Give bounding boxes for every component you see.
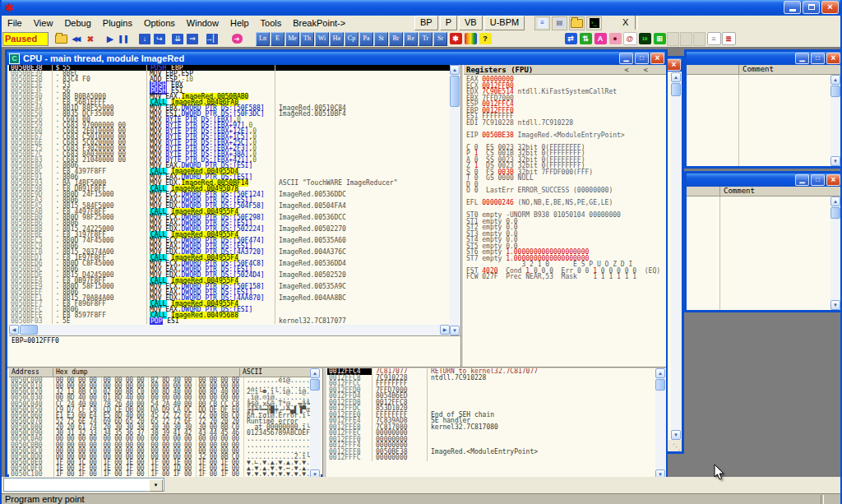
scroll-up-icon[interactable]: ▲	[655, 368, 665, 378]
disassembly-vscrollbar[interactable]: ▲ ▼	[450, 65, 460, 335]
disasm-row[interactable]: 0050BF03.5EPOP ESIkernel32.7C817077	[9, 318, 450, 324]
scroll-up-icon[interactable]: ▲	[830, 75, 840, 85]
scroll-up-icon[interactable]: ▲	[671, 72, 681, 82]
plugin-close-button[interactable]: X	[617, 16, 634, 30]
restart-icon[interactable]: ◀◀	[68, 32, 83, 46]
register-line[interactable]: O 0 LastErr ERROR_SUCCESS (00000000)	[464, 187, 666, 194]
close-icon[interactable]: ×	[826, 174, 840, 186]
step-over-icon[interactable]: ↪	[152, 32, 167, 46]
registers-header[interactable]: Registers (FPU) <<	[464, 65, 666, 75]
dump-row[interactable]: 0050C1001F 00 1F 001F 00 1F 001F 00 1F 0…	[9, 471, 310, 477]
comment-window-top[interactable]: ▁ □ × Comment ▲ ▼	[684, 49, 840, 169]
toolbar-letter-button-br[interactable]: Br	[389, 32, 403, 46]
scroll-up-icon[interactable]: ▲	[450, 65, 460, 75]
register-line[interactable]: EFL 00000246 (NO,NB,E,BE,NS,PE,GE,LE)	[464, 200, 666, 206]
book-icon[interactable]: ▤	[552, 16, 567, 30]
plugin-button-vb[interactable]: VB	[459, 16, 483, 30]
folder-icon[interactable]	[569, 16, 585, 30]
help-icon[interactable]: ?	[478, 32, 493, 46]
close-icon[interactable]: ×	[667, 59, 681, 71]
run-icon[interactable]: ▶	[103, 32, 118, 46]
animate-into-icon[interactable]: ⇊	[170, 32, 185, 46]
scroll-down-icon[interactable]: ▼	[450, 326, 460, 335]
toolbar-letter-button-re[interactable]: Re	[404, 32, 418, 46]
scrollbar[interactable]: ▲ ▼	[830, 75, 840, 166]
go-to-icon[interactable]: ➔	[229, 32, 244, 46]
minimize-icon[interactable]: ▁	[795, 53, 809, 64]
open-folder-icon[interactable]	[53, 32, 68, 46]
toolbar-letter-button-cp[interactable]: Cp	[345, 32, 359, 46]
maximize-icon[interactable]: □	[811, 53, 825, 64]
close-button[interactable]: ×	[821, 1, 839, 14]
toolbar-letter-button-e[interactable]: E	[271, 32, 285, 46]
exec-till-return-icon[interactable]: →▏	[205, 32, 220, 46]
resize-grip[interactable]: ⋱	[673, 443, 681, 451]
maximize-button[interactable]	[803, 1, 820, 14]
menu-item-tools[interactable]: Tools	[255, 18, 288, 28]
dump-header-address[interactable]: Address	[9, 368, 53, 377]
appearance-icon[interactable]	[463, 32, 478, 46]
scroll-right-icon[interactable]: ▶	[440, 325, 450, 335]
scroll-up-icon[interactable]: ▲	[310, 368, 320, 378]
spiral-icon[interactable]: @	[622, 32, 637, 46]
scroll-down-icon[interactable]: ▼	[830, 300, 840, 310]
updown-icon[interactable]: ⇅	[578, 32, 593, 46]
stack-vscrollbar[interactable]: ▲ ▼	[655, 368, 666, 477]
plugin-button-u-bpm[interactable]: U-BPM	[484, 16, 525, 30]
register-line[interactable]: FCW 027F Prec NEAR,53 Mask 1 1 1 1 1 1	[464, 274, 666, 280]
menu-item-window[interactable]: Window	[181, 18, 224, 28]
toolbar-letter-button-tr[interactable]: Tr	[419, 32, 433, 46]
toolbar-letter-button-ln[interactable]: Ln	[256, 32, 270, 46]
dump-header-hex[interactable]: Hex dump	[53, 368, 240, 377]
disassembly-hscrollbar[interactable]: ◀ ▶	[9, 325, 450, 335]
scroll-left-icon[interactable]: ◀	[9, 325, 19, 335]
scroll-down-icon[interactable]: ▼	[655, 469, 665, 477]
registers-collapse-icons[interactable]: <<	[624, 66, 666, 74]
page-icon[interactable]: ≡	[706, 32, 721, 46]
scrollbar[interactable]: ▲ ▼	[830, 197, 840, 310]
matrix-icon[interactable]: 10	[637, 32, 652, 46]
menu-item-options[interactable]: Options	[138, 18, 181, 28]
menu-item-plugins[interactable]: Plugins	[97, 18, 138, 28]
menu-item-view[interactable]: View	[28, 18, 59, 28]
dump-pane[interactable]: Address Hex dump ASCII 0050C00000 00 00 …	[9, 368, 310, 477]
menu-item-breakpoint[interactable]: BreakPoint->	[287, 18, 351, 28]
toolbar-letter-button-wi[interactable]: Wi	[315, 32, 329, 46]
comment-window-bottom[interactable]: ▁ □ × Comment ▲ ▼	[684, 171, 840, 312]
console-icon[interactable]: ›_	[586, 16, 602, 30]
info-pane[interactable]: EBP=0012FFF0	[9, 335, 460, 368]
scroll-up-icon[interactable]: ▲	[830, 197, 840, 206]
comment-column-header[interactable]: Comment	[720, 187, 755, 196]
step-into-icon[interactable]: ↓	[137, 32, 152, 46]
main-title-bar[interactable]: ✱ ×	[2, 0, 840, 16]
menu-item-help[interactable]: Help	[224, 18, 255, 28]
dump-header-ascii[interactable]: ASCII	[240, 368, 310, 377]
page-edit-icon[interactable]: ≣	[721, 32, 736, 46]
toolbar-letter-button-me[interactable]: Me	[285, 32, 299, 46]
scroll-down-icon[interactable]: ▼	[671, 430, 681, 440]
disasm-row[interactable]: 0050BE3B.83C4 F0ADD ESP,-10	[9, 76, 450, 82]
menu-item-file[interactable]: File	[2, 18, 28, 28]
plugin-button-bp[interactable]: BP	[414, 16, 438, 30]
stack-pane[interactable]: 0012FFC47C817077RETURN to kernel32.7C817…	[327, 368, 655, 477]
plugin-button-p[interactable]: P	[440, 16, 457, 30]
options-gear-icon[interactable]: ✱	[448, 32, 463, 46]
scroll-down-icon[interactable]: ▼	[830, 156, 840, 166]
pause-icon[interactable]: ▌▌	[118, 32, 132, 46]
dump-vscrollbar[interactable]: ▲ ▼	[310, 368, 321, 477]
maximize-icon[interactable]: □	[635, 53, 649, 64]
dropdown-arrow-icon[interactable]: ▼	[149, 479, 163, 492]
disasm-row[interactable]: 0050BE3E.53PUSH EBX	[9, 82, 450, 88]
register-line[interactable]: T 0 GS 0000 NULL	[464, 175, 666, 182]
minimize-icon[interactable]: ▁	[795, 174, 809, 186]
toolbar-letter-button-sr[interactable]: Sr	[433, 32, 447, 46]
breakpoint-dot-icon[interactable]: ●	[608, 32, 622, 46]
close-icon[interactable]: ×	[826, 53, 840, 64]
register-line[interactable]: EIP 0050BE38 ImageRed.<ModuleEntryPoint>	[464, 132, 666, 139]
toolbar-letter-button-th[interactable]: Th	[300, 32, 314, 46]
scroll-down-icon[interactable]: ▼	[310, 469, 320, 477]
minimize-icon[interactable]: ▁	[619, 53, 633, 64]
notepad-icon[interactable]: ≡	[534, 16, 550, 30]
window-icon[interactable]: ⊞	[652, 32, 667, 46]
swap-icon[interactable]: ⇄	[563, 32, 578, 46]
